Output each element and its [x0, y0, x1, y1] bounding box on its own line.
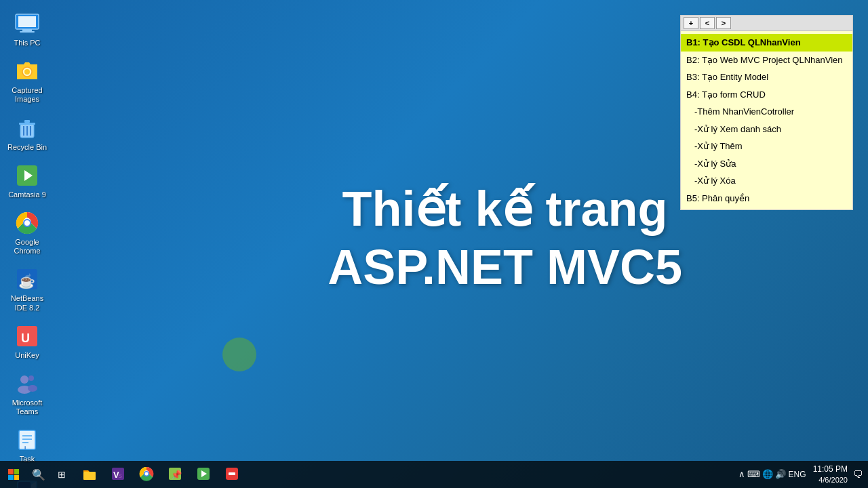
recycle-bin-icon [14, 115, 41, 142]
icon-recycle-bin[interactable]: Recycle Bin [3, 111, 51, 155]
taskbar-app-pin1[interactable]: 📌 [161, 461, 189, 488]
taskbar-app-chrome[interactable] [133, 461, 160, 488]
outline-nav-back[interactable]: < [700, 17, 715, 29]
outline-item-b5[interactable]: B5: Phân quyền [681, 190, 852, 207]
icon-label-chrome: Google Chrome [7, 238, 47, 256]
desktop: Thiết kế trang ASP.NET MVC5 This PC [0, 0, 868, 488]
main-title: Thiết kế trang ASP.NET MVC5 [328, 180, 682, 297]
taskbar-app-vs[interactable]: V S [104, 461, 132, 488]
icon-label-recycle-bin: Recycle Bin [7, 143, 47, 152]
outline-item-b1[interactable]: B1: Tạo CSDL QLNhanVien [681, 34, 852, 52]
tray-keyboard-icon[interactable]: ⌨ [747, 469, 760, 479]
svg-rect-7 [19, 123, 35, 125]
title-line2: ASP.NET MVC5 [328, 238, 682, 296]
search-icon: 🔍 [32, 468, 45, 481]
outline-item-b4-add2[interactable]: -Xử lý Thêm [681, 138, 852, 155]
svg-text:i: i [24, 445, 26, 451]
tray-notification-icon[interactable]: 🗨 [853, 469, 863, 480]
tray-date-display: 4/6/2020 [813, 475, 848, 485]
task-icon: i [14, 426, 41, 453]
camtasia-icon [14, 162, 41, 189]
tray-time-display: 11:05 PM [813, 464, 848, 475]
taskbar-apps: V S 📌 [76, 461, 245, 488]
svg-rect-37 [83, 472, 96, 480]
outline-items: B1: Tạo CSDL QLNhanVienB2: Tạo Web MVC P… [681, 31, 852, 209]
svg-text:☕: ☕ [18, 273, 35, 289]
icon-label-this-pc: This PC [14, 39, 40, 47]
svg-point-21 [20, 375, 28, 384]
svg-rect-3 [20, 31, 35, 33]
outline-item-b3[interactable]: B3: Tạo Entity Model [681, 68, 852, 86]
svg-rect-49 [229, 472, 235, 475]
svg-rect-8 [24, 120, 30, 123]
captured-images-icon [14, 58, 41, 85]
windows-logo-icon [8, 469, 19, 480]
svg-point-24 [28, 385, 37, 392]
taskbar: 🔍 ⊞ V S [0, 461, 868, 488]
svg-rect-1 [18, 16, 36, 27]
title-line1: Thiết kế trang [328, 180, 682, 238]
taskbar-app-file-explorer[interactable] [76, 461, 103, 488]
outline-item-b4[interactable]: B4: Tạo form CRUD [681, 86, 852, 104]
outline-panel: + < > B1: Tạo CSDL QLNhanVienB2: Tạo Web… [680, 15, 853, 210]
svg-point-22 [28, 375, 34, 381]
taskbar-app-camtasia[interactable] [190, 461, 217, 488]
tray-language[interactable]: ENG [789, 470, 806, 479]
tray-clock[interactable]: 11:05 PM 4/6/2020 [813, 464, 848, 485]
chrome-icon [14, 209, 41, 237]
tray-icons: ∧ ⌨ 🌐 🔊 [738, 469, 786, 479]
icon-label-netbeans: NetBeans IDE 8.2 [7, 294, 47, 312]
taskbar-search-button[interactable]: 🔍 [27, 463, 50, 486]
tray-volume-icon[interactable]: 🔊 [775, 469, 786, 479]
cursor-indicator [222, 338, 256, 371]
icon-label-teams: Microsoft Teams [7, 399, 47, 416]
outline-item-b4-del[interactable]: -Xử lý Xóa [681, 172, 852, 190]
taskbar-task-view-button[interactable]: ⊞ [50, 463, 73, 486]
outline-nav-forward[interactable]: > [716, 17, 731, 29]
svg-text:U: U [21, 331, 30, 345]
outline-item-b4-add[interactable]: -Thêm NhanVienCotroller [681, 103, 852, 121]
svg-point-43 [145, 472, 149, 476]
icon-unikey[interactable]: U UniKey [3, 319, 51, 363]
svg-text:📌: 📌 [171, 469, 182, 481]
svg-rect-2 [22, 29, 32, 31]
netbeans-icon: ☕ [14, 266, 41, 293]
tray-chevron-icon[interactable]: ∧ [738, 469, 745, 479]
unikey-icon: U [14, 323, 41, 350]
teams-icon [14, 370, 41, 397]
icon-label-unikey: UniKey [15, 351, 39, 360]
task-view-icon: ⊞ [58, 469, 66, 480]
icon-label-camtasia: Camtasia 9 [8, 190, 46, 199]
icon-netbeans[interactable]: ☕ NetBeans IDE 8.2 [3, 262, 51, 315]
outline-nav: + < > [681, 16, 852, 31]
svg-rect-25 [19, 430, 35, 449]
this-pc-icon [14, 10, 41, 37]
icon-google-chrome[interactable]: Google Chrome [3, 206, 51, 259]
desktop-icon-area: This PC Captured Images [0, 0, 54, 488]
icon-captured-images[interactable]: Captured Images [3, 54, 51, 107]
start-button[interactable] [0, 461, 27, 488]
outline-nav-plus[interactable]: + [684, 17, 698, 29]
outline-item-b4-edit[interactable]: -Xử lý Sửa [681, 155, 852, 173]
icon-this-pc[interactable]: This PC [3, 7, 51, 51]
tray-network-icon[interactable]: 🌐 [762, 469, 773, 479]
outline-item-b4-list[interactable]: -Xử lý Xem danh sách [681, 121, 852, 138]
svg-text:S: S [118, 472, 122, 479]
icon-ms-teams[interactable]: Microsoft Teams [3, 367, 51, 420]
icon-camtasia[interactable]: Camtasia 9 [3, 159, 51, 203]
taskbar-app-red[interactable] [218, 461, 245, 488]
svg-point-5 [24, 69, 30, 75]
taskbar-tray: ∧ ⌨ 🌐 🔊 ENG 11:05 PM 4/6/2020 🗨 [738, 464, 868, 485]
icon-label-captured-images: Captured Images [7, 86, 47, 104]
svg-point-16 [24, 220, 30, 226]
outline-item-b2[interactable]: B2: Tạo Web MVC Project QLNhanVien [681, 52, 852, 69]
